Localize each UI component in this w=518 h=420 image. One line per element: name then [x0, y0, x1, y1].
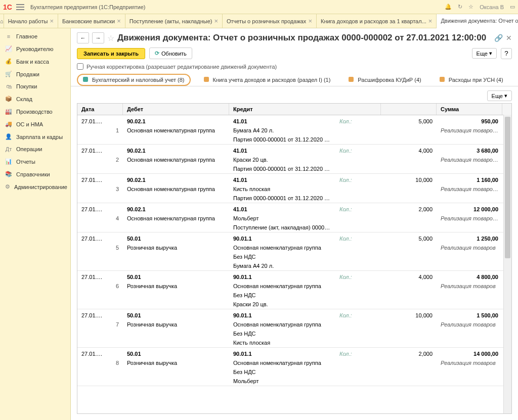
- link-icon[interactable]: 🔗: [494, 34, 503, 42]
- user-label[interactable]: Оксана В: [480, 4, 504, 10]
- register-icon: [204, 77, 210, 83]
- manual-correction-label: Ручная корректировка (разрешает редактир…: [87, 64, 277, 70]
- refresh-icon: ⟳: [155, 50, 159, 57]
- title-bar: 1C Бухгалтерия предприятия (1С:Предприят…: [0, 0, 518, 14]
- scrollbar-thumb[interactable]: [505, 117, 510, 258]
- table-row[interactable]: 27.01.202150.0190.01.1Кол.:4,0004 800,00…: [77, 271, 511, 309]
- save-close-button[interactable]: Записать и закрыть: [77, 48, 145, 59]
- tab-1[interactable]: Банковские выписки×: [58, 14, 125, 28]
- sidebar-icon: 📈: [5, 45, 12, 52]
- table-row[interactable]: 27.01.202150.0190.01.1Кол.:10,0001 500,0…: [77, 309, 511, 348]
- bell-icon[interactable]: 🔔: [445, 4, 452, 10]
- inner-tab-2[interactable]: Расшифровка КУДиР (4): [343, 74, 426, 86]
- sidebar-label: Руководителю: [16, 46, 53, 52]
- manual-correction-checkbox[interactable]: [77, 63, 83, 70]
- register-icon: [83, 77, 89, 83]
- chevron-down-icon: ▾: [489, 50, 492, 57]
- register-icon: [440, 77, 446, 83]
- sidebar-label: Покупки: [16, 83, 37, 89]
- inner-tab-3[interactable]: Расходы при УСН (4): [435, 74, 508, 86]
- nav-forward-button[interactable]: →: [92, 32, 104, 43]
- sidebar-icon: 📚: [5, 171, 12, 177]
- sidebar-label: Отчеты: [16, 159, 35, 165]
- inner-tab-0[interactable]: Бухгалтерский и налоговый учет (8): [77, 74, 191, 86]
- sidebar-item-8[interactable]: 👤Зарплата и кадры: [0, 130, 70, 143]
- page-title: Движения документа: Отчет о розничных пр…: [117, 33, 491, 43]
- sidebar-label: Администрирование: [14, 184, 67, 190]
- table-row[interactable]: 27.01.202190.02.141.01Кол.:5,000950,001О…: [77, 115, 511, 145]
- tab-4[interactable]: Книга доходов и расходов за 1 квартал...…: [317, 14, 437, 28]
- chevron-down-icon: ▾: [504, 92, 507, 99]
- table-row[interactable]: 27.01.202190.02.141.01Кол.:10,0001 160,0…: [77, 174, 511, 203]
- sidebar-item-6[interactable]: 🏭Производство: [0, 105, 70, 118]
- tab-2[interactable]: Поступление (акты, накладные)×: [125, 14, 223, 28]
- inner-tab-1[interactable]: Книга учета доходов и расходов (раздел I…: [199, 74, 336, 86]
- more-button[interactable]: Еще ▾: [472, 48, 497, 59]
- menu-icon[interactable]: [16, 4, 24, 10]
- help-button[interactable]: ?: [501, 48, 512, 59]
- tab-close-icon[interactable]: ×: [214, 17, 218, 25]
- col-date: Дата: [77, 104, 123, 115]
- sidebar: ≡Главное📈Руководителю💰Банк и касса🛒Прода…: [0, 28, 71, 420]
- inner-tab-bar: Бухгалтерский и налоговый учет (8)Книга …: [71, 74, 518, 86]
- entries-grid[interactable]: Дата Дебет Кредит Сумма 27.01.202190.02.…: [77, 103, 512, 414]
- tab-3[interactable]: Отчеты о розничных продажах×: [223, 14, 317, 28]
- sidebar-item-3[interactable]: 🛒Продажи: [0, 68, 70, 80]
- sidebar-item-0[interactable]: ≡Главное: [0, 30, 70, 42]
- app-title: Бухгалтерия предприятия (1С:Предприятие): [30, 4, 445, 10]
- sidebar-icon: ≡: [5, 33, 12, 39]
- sidebar-icon: ⚙: [5, 183, 10, 190]
- sidebar-label: Операции: [16, 146, 42, 152]
- col-credit: Кредит: [229, 104, 381, 115]
- refresh-button[interactable]: ⟳ Обновить: [149, 48, 192, 59]
- sidebar-item-11[interactable]: 📚Справочники: [0, 168, 70, 180]
- star-icon[interactable]: ☆: [468, 4, 473, 10]
- sidebar-item-2[interactable]: 💰Банк и касса: [0, 55, 70, 68]
- app-logo: 1C: [3, 3, 12, 11]
- history-icon[interactable]: ↻: [458, 4, 462, 10]
- tab-0[interactable]: Начало работы×: [4, 14, 58, 28]
- tab-close-icon[interactable]: ×: [117, 17, 121, 25]
- table-row[interactable]: 27.01.202150.0190.01.1Кол.:2,00014 000,0…: [77, 348, 511, 386]
- tab-close-icon[interactable]: ×: [428, 17, 433, 25]
- sidebar-icon: 💰: [5, 58, 12, 65]
- sidebar-label: ОС и НМА: [16, 121, 43, 127]
- tab-bar: ⌂ Начало работы×Банковские выписки×Посту…: [0, 14, 518, 28]
- tab-5[interactable]: Движения документа: Отчет о розничн...×: [437, 14, 518, 28]
- sidebar-icon: 📊: [5, 158, 12, 165]
- sidebar-label: Банк и касса: [16, 59, 49, 65]
- table-row[interactable]: 27.01.202190.02.141.01Кол.:2,00012 000,0…: [77, 203, 511, 232]
- sidebar-label: Зарплата и кадры: [16, 134, 63, 140]
- col-debit: Дебет: [123, 104, 229, 115]
- register-icon: [349, 77, 355, 83]
- home-tab[interactable]: ⌂: [0, 14, 4, 28]
- sidebar-label: Производство: [16, 109, 53, 115]
- sidebar-icon: 🛒: [5, 71, 12, 77]
- window-minimize-icon[interactable]: ▭: [510, 4, 515, 10]
- sidebar-item-7[interactable]: 🚚ОС и НМА: [0, 118, 70, 130]
- sidebar-item-4[interactable]: 🛍Покупки: [0, 80, 70, 92]
- sidebar-icon: 🚚: [5, 121, 12, 127]
- close-icon[interactable]: ✕: [506, 34, 512, 42]
- tab-close-icon[interactable]: ×: [50, 17, 54, 25]
- table-row[interactable]: 27.01.202150.0190.01.1Кол.:5,0001 250,00…: [77, 232, 511, 271]
- grid-more-button[interactable]: Еще ▾: [487, 90, 512, 101]
- favorite-icon[interactable]: ☆: [107, 33, 114, 43]
- sidebar-label: Главное: [16, 33, 37, 39]
- sidebar-icon: 📦: [5, 96, 12, 102]
- col-sum: Сумма: [437, 104, 502, 115]
- sidebar-item-12[interactable]: ⚙Администрирование: [0, 180, 70, 193]
- sidebar-item-5[interactable]: 📦Склад: [0, 92, 70, 105]
- tab-close-icon[interactable]: ×: [308, 17, 312, 25]
- sidebar-item-1[interactable]: 📈Руководителю: [0, 42, 70, 55]
- vertical-scrollbar[interactable]: [503, 115, 511, 413]
- table-row[interactable]: 27.01.202190.02.141.01Кол.:4,0003 680,00…: [77, 145, 511, 174]
- sidebar-icon: 🏭: [5, 108, 12, 115]
- sidebar-label: Склад: [16, 96, 32, 102]
- nav-back-button[interactable]: ←: [77, 32, 89, 43]
- sidebar-item-9[interactable]: ДтОперации: [0, 143, 70, 155]
- sidebar-icon: Дт: [5, 146, 12, 152]
- grid-header: Дата Дебет Кредит Сумма: [77, 104, 511, 115]
- sidebar-label: Продажи: [16, 71, 39, 77]
- sidebar-item-10[interactable]: 📊Отчеты: [0, 155, 70, 168]
